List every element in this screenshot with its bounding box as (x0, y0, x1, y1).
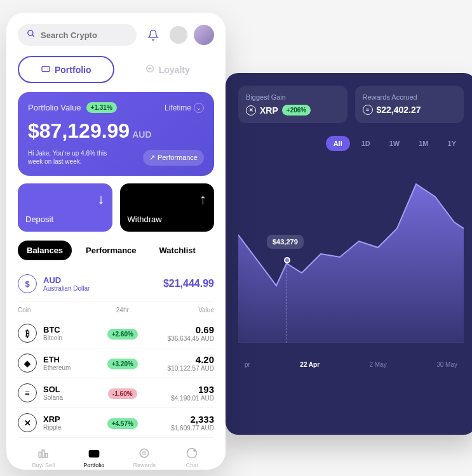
coin-row-xrp[interactable]: ✕ XRP Ripple +4.57% 2,333 $1,609.77 AUD (18, 408, 214, 438)
portfolio-change-badge: +1.31% (86, 102, 117, 113)
trend-icon: ↗ (149, 154, 155, 162)
withdraw-button[interactable]: ↑ Withdraw (120, 183, 215, 232)
rewards-label: Rewards Accrued (363, 93, 457, 101)
coin-row-eth[interactable]: ◆ ETH Ethereum +3.20% 4.20 $10,122.57 AU… (18, 348, 214, 378)
search-icon (27, 29, 36, 41)
portfolio-amount: $87,129.99 (28, 119, 130, 142)
coin-quantity: 4.20 (149, 354, 214, 365)
x-tick: 22 Apr (300, 361, 320, 368)
svg-point-1 (28, 30, 33, 36)
svg-rect-8 (89, 451, 98, 457)
rewards-icon (137, 446, 152, 461)
chat-icon (184, 446, 199, 461)
search-input-wrap[interactable] (18, 24, 137, 46)
coin-symbol: SOL (43, 385, 63, 394)
tab-watchlist[interactable]: Watchlist (151, 241, 205, 260)
portfolio-chart[interactable]: $43,279 pr 22 Apr 2 May 30 May (238, 159, 464, 368)
search-input[interactable] (41, 30, 128, 40)
svg-rect-6 (43, 450, 44, 458)
mobile-app: Portfolio Loyalty Portfolio Value +1.31%… (6, 13, 226, 470)
nav-rewards-label: Rewards (133, 462, 156, 468)
chart-highlight-dot (284, 257, 290, 263)
biggest-gain-coin: XRP (260, 105, 278, 116)
coin-row-btc[interactable]: ₿ BTC Bitcoin +2.60% 0.69 $36,634.45 AUD (18, 319, 214, 348)
avatar[interactable] (194, 25, 214, 45)
nav-portfolio[interactable]: Portfolio (83, 446, 104, 468)
area-chart-svg (238, 159, 464, 343)
range-1w[interactable]: 1W (382, 136, 408, 151)
coin-quantity: 0.69 (149, 324, 214, 335)
coin-value: $4,190.01 AUD (149, 395, 214, 402)
desktop-chart-panel: Biggest Gain ✕ XRP +206% Rewards Accrued… (226, 73, 472, 435)
coin-quantity: 2,333 (149, 414, 214, 425)
dollar-icon: $ (18, 274, 37, 293)
tab-performance[interactable]: Performance (77, 241, 145, 260)
aud-balance-row[interactable]: $ AUD Australian Dollar $21,444.99 (18, 269, 214, 301)
portfolio-value-card: Portfolio Value +1.31% Lifetime ⌄ $87,12… (18, 92, 214, 176)
svg-point-13 (194, 450, 196, 452)
sol-icon: ≡ (18, 383, 37, 402)
tab-loyalty[interactable]: Loyalty (121, 56, 215, 83)
rewards-value: $22,402.27 (377, 105, 421, 115)
xrp-icon: ✕ (246, 105, 256, 116)
header-value: Value (149, 307, 214, 314)
x-tick: 30 May (436, 361, 457, 368)
nav-chat-label: Chat (186, 462, 198, 468)
rewards-card[interactable]: Rewards Accrued ≡ $22,402.27 (355, 86, 464, 123)
deposit-button[interactable]: ↓ Deposit (18, 183, 112, 232)
xrp-icon: ✕ (18, 413, 37, 432)
performance-button[interactable]: ↗ Performance (143, 150, 204, 166)
aud-name: Australian Dollar (43, 285, 90, 292)
portfolio-message: Hi Jake, You're up 4.6% this week on las… (28, 149, 123, 166)
coin-fullname: Ripple (43, 424, 61, 431)
arrow-up-icon: ↑ (199, 191, 206, 208)
period-selector[interactable]: Lifetime ⌄ (165, 103, 204, 113)
badge-icon[interactable] (170, 26, 187, 44)
coin-symbol: XRP (43, 414, 61, 424)
nav-chat[interactable]: Chat (184, 446, 199, 468)
svg-rect-5 (39, 452, 41, 457)
header-24hr: 24hr (97, 307, 149, 314)
range-selector: All 1D 1W 1M 1Y (238, 136, 464, 151)
wallet-icon (86, 446, 102, 461)
header-coin: Coin (18, 307, 97, 314)
eth-icon: ◆ (18, 354, 37, 373)
coin-quantity: 193 (149, 384, 214, 395)
svg-rect-7 (46, 454, 48, 458)
svg-rect-3 (42, 67, 50, 72)
withdraw-label: Withdraw (128, 215, 207, 224)
coin-fullname: Solana (43, 394, 63, 401)
deposit-label: Deposit (25, 215, 105, 224)
coin-row-sol[interactable]: ≡ SOL Solana -1.60% 193 $4,190.01 AUD (18, 378, 214, 408)
biggest-gain-change: +206% (282, 105, 311, 116)
coin-value: $1,609.77 AUD (149, 425, 214, 432)
tab-loyalty-label: Loyalty (159, 65, 190, 75)
portfolio-value: $87,129.99AUD (28, 119, 204, 143)
biggest-gain-card[interactable]: Biggest Gain ✕ XRP +206% (238, 86, 347, 123)
coin-change-badge: -1.60% (108, 388, 137, 399)
tab-balances[interactable]: Balances (18, 241, 72, 260)
arrow-down-icon: ↓ (98, 191, 105, 208)
range-all[interactable]: All (326, 136, 350, 151)
tab-portfolio[interactable]: Portfolio (18, 56, 114, 83)
bars-icon (36, 446, 51, 461)
range-1m[interactable]: 1M (411, 136, 436, 151)
tab-portfolio-label: Portfolio (55, 65, 91, 75)
chart-x-axis: pr 22 Apr 2 May 30 May (238, 361, 464, 368)
portfolio-value-label: Portfolio Value (28, 103, 81, 112)
aud-symbol: AUD (43, 275, 90, 285)
coin-change-badge: +3.20% (107, 359, 138, 369)
nav-rewards[interactable]: Rewards (133, 446, 156, 468)
x-tick: 2 May (370, 361, 387, 368)
chevron-down-icon: ⌄ (194, 103, 204, 113)
range-1y[interactable]: 1Y (440, 136, 464, 151)
rewards-icon: ≡ (363, 105, 373, 115)
nav-portfolio-label: Portfolio (83, 462, 104, 468)
coin-symbol: BTC (43, 325, 62, 334)
wallet-icon (41, 63, 51, 76)
range-1d[interactable]: 1D (354, 136, 378, 151)
svg-line-2 (32, 35, 34, 37)
notifications-button[interactable] (143, 25, 163, 45)
biggest-gain-label: Biggest Gain (246, 93, 340, 101)
nav-buysell[interactable]: Buy/ Sell (32, 446, 55, 468)
